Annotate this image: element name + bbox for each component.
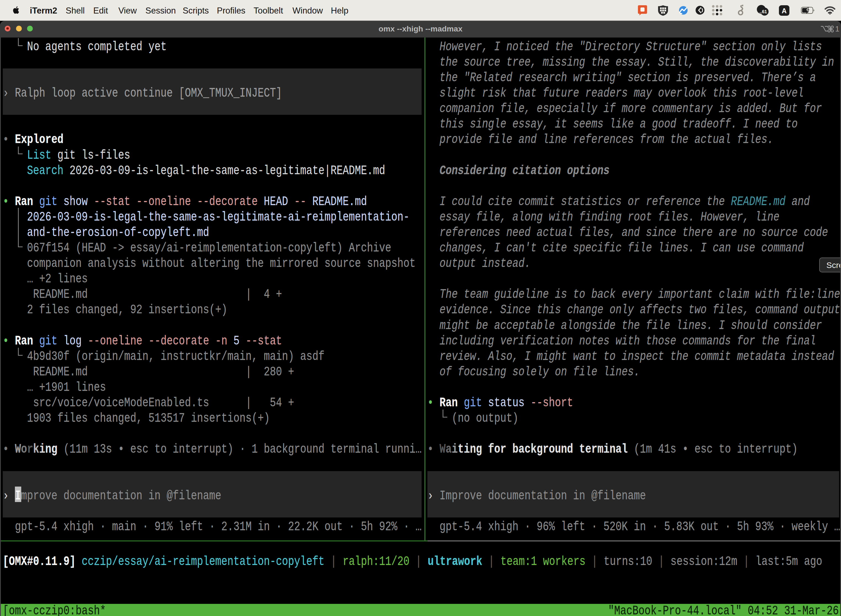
svg-text:..61: ..61 (759, 9, 767, 14)
svg-text:A: A (782, 7, 787, 15)
